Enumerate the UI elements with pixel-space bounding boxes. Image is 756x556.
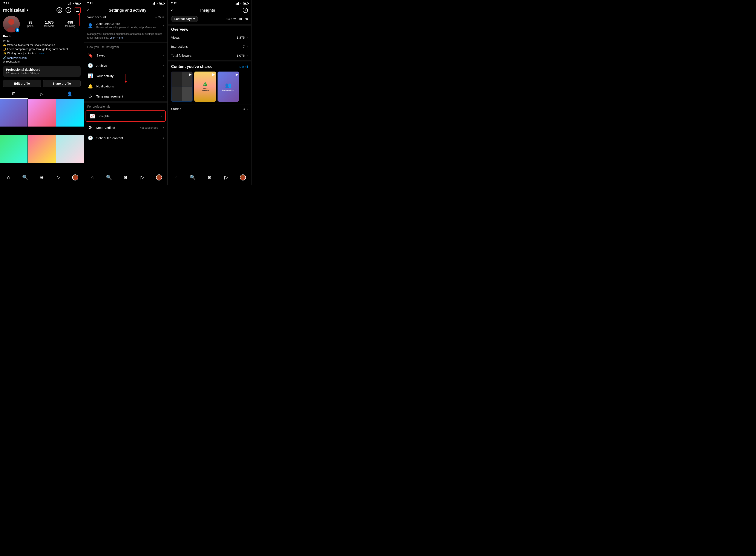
accounts-centre-item[interactable]: 👤 Accounts Centre Password, security, pe… [84, 19, 167, 32]
interactions-chevron-icon: › [247, 45, 248, 48]
nav-add-3[interactable]: ⊕ [205, 173, 213, 182]
red-arrow-up [78, 13, 80, 26]
threads-icon[interactable]: ◎ [57, 7, 62, 13]
notifications-content: Notifications [96, 84, 160, 88]
nav-reels-2[interactable]: ▷ [138, 173, 146, 182]
reels-nav-icon-2: ▷ [140, 175, 144, 180]
activity-chevron-icon: › [163, 74, 164, 78]
nav-profile-2[interactable] [155, 173, 163, 182]
connected-text: Manage your connected experiences and ac… [84, 32, 167, 42]
notifications-chevron-icon: › [163, 84, 164, 88]
time-management-item[interactable]: ⏱ Time management › [84, 91, 167, 101]
saved-icon: 🔖 [87, 53, 93, 58]
date-filter-pill[interactable]: Last 90 days ▾ [171, 16, 198, 22]
nav-home-1[interactable]: ⌂ [4, 173, 13, 182]
nav-search-2[interactable]: 🔍 [105, 173, 113, 182]
meta-verified-item[interactable]: ⚙ Meta Verified Not subscribed › [84, 123, 167, 133]
avatar-wrap[interactable]: + [3, 16, 20, 32]
insights-back-button[interactable]: ‹ [171, 7, 173, 13]
meta-verified-chevron-icon: › [163, 126, 164, 130]
username-row[interactable]: rochizalani ▾ [3, 8, 28, 13]
learn-more-link[interactable]: Learn more [110, 36, 123, 39]
how-you-use-label: How you use Instagram [84, 43, 167, 50]
profile-stats-row: + 98 posts 1,075 followers 498 following [0, 15, 84, 34]
bio-threads[interactable]: ◎ rochizalani [3, 60, 80, 63]
red-arrow-down [125, 74, 127, 83]
share-profile-button[interactable]: Share profile [43, 80, 81, 87]
professional-dashboard[interactable]: Professional dashboard 625 views in the … [3, 66, 80, 77]
photo-cell-5[interactable] [28, 135, 56, 163]
views-chevron-icon: › [247, 36, 248, 39]
bottom-nav-3: ⌂ 🔍 ⊕ ▷ [168, 171, 251, 185]
tab-tagged[interactable]: 👤 [56, 89, 84, 99]
edit-profile-button[interactable]: Edit profile [3, 80, 41, 87]
saved-item[interactable]: 🔖 Saved › [84, 50, 167, 60]
following-label: following [65, 25, 75, 28]
nav-profile-1[interactable] [71, 173, 79, 182]
insights-icon: 📈 [90, 113, 95, 118]
saved-title: Saved [96, 54, 160, 57]
link-icon: 🔗 [3, 56, 6, 60]
interactions-right: 7 › [243, 45, 248, 48]
followers-stat[interactable]: 1,075 followers [44, 21, 54, 28]
menu-button[interactable] [74, 7, 80, 13]
overview-title: Overview [168, 26, 251, 33]
nav-add-1[interactable]: ⊕ [37, 173, 46, 182]
nav-home-2[interactable]: ⌂ [88, 173, 97, 182]
photo-cell-4[interactable] [0, 135, 28, 163]
your-account-label: Your account [87, 15, 106, 19]
thumbnail-1[interactable]: ▶ [171, 72, 193, 102]
signal-icon-3 [236, 2, 239, 5]
nav-home-3[interactable]: ⌂ [172, 173, 180, 182]
thumbnail-3[interactable]: 👥 Fantastic Four ▶ [218, 72, 239, 102]
meta-verified-title: Meta Verified [96, 126, 136, 130]
bio-line2: 🤳 I help companies grow through long-for… [3, 47, 80, 51]
back-button[interactable]: ‹ [87, 7, 89, 13]
nav-reels-1[interactable]: ▷ [54, 173, 63, 182]
photo-cell-2[interactable] [28, 99, 56, 127]
photo-cell-1[interactable] [0, 99, 28, 127]
nav-search-3[interactable]: 🔍 [189, 173, 197, 182]
bio-link[interactable]: 🔗 rochizalani.com [3, 56, 80, 60]
following-stat[interactable]: 498 following [65, 21, 75, 28]
add-post-icon[interactable]: + [66, 7, 71, 13]
photo-cell-3[interactable] [56, 99, 84, 127]
nav-search-1[interactable]: 🔍 [21, 173, 29, 182]
stories-row[interactable]: Stories 3 › [168, 104, 251, 113]
avatar-add-icon[interactable]: + [15, 28, 20, 32]
interactions-metric[interactable]: Interactions 7 › [168, 42, 251, 51]
signal-icon [68, 2, 71, 5]
settings-header: ‹ Settings and activity [84, 6, 167, 14]
svg-point-1 [7, 27, 16, 32]
tab-grid[interactable]: ⊞ [0, 89, 28, 99]
total-followers-value: 1,075 [237, 54, 245, 57]
profile-avatar-icon-3 [240, 174, 246, 180]
stories-chevron-icon: › [247, 107, 248, 111]
profile-panel: 7:21 ▲ rochizalani ▾ ◎ + [0, 0, 84, 185]
views-metric[interactable]: Views 1,875 › [168, 33, 251, 42]
archive-content: Archive [96, 64, 160, 67]
scheduled-content-item[interactable]: 🕐 Scheduled content › [84, 133, 167, 143]
content-header: Content you've shared See all [168, 62, 251, 71]
info-icon[interactable]: i [243, 8, 248, 13]
nav-profile-3[interactable] [239, 173, 247, 182]
insights-item[interactable]: 📈 Insights › [86, 110, 166, 121]
total-followers-metric[interactable]: Total followers 1,075 › [168, 51, 251, 60]
posts-stat[interactable]: 98 posts [27, 21, 34, 28]
tab-reels[interactable]: ▷ [28, 89, 56, 99]
photo-cell-6[interactable] [56, 135, 84, 163]
menu-line-2 [76, 10, 79, 10]
scheduled-content-title: Scheduled content [96, 136, 160, 140]
thumbnail-2[interactable]: 🎄 MerryChristmas ▶ [194, 72, 216, 102]
nav-add-2[interactable]: ⊕ [121, 173, 130, 182]
stats-group: 98 posts 1,075 followers 498 following [22, 21, 80, 28]
search-icon-2: 🔍 [106, 175, 112, 180]
see-all-button[interactable]: See all [239, 65, 248, 69]
followers-chevron-icon: › [247, 54, 248, 57]
profile-avatar-icon-2 [156, 174, 162, 180]
nav-reels-3[interactable]: ▷ [222, 173, 230, 182]
username-text: rochizalani [3, 8, 25, 13]
archive-item[interactable]: 🕐 Archive › [84, 60, 167, 71]
bio-more-link[interactable]: more [38, 52, 44, 55]
header-icons: ◎ + [57, 7, 80, 13]
